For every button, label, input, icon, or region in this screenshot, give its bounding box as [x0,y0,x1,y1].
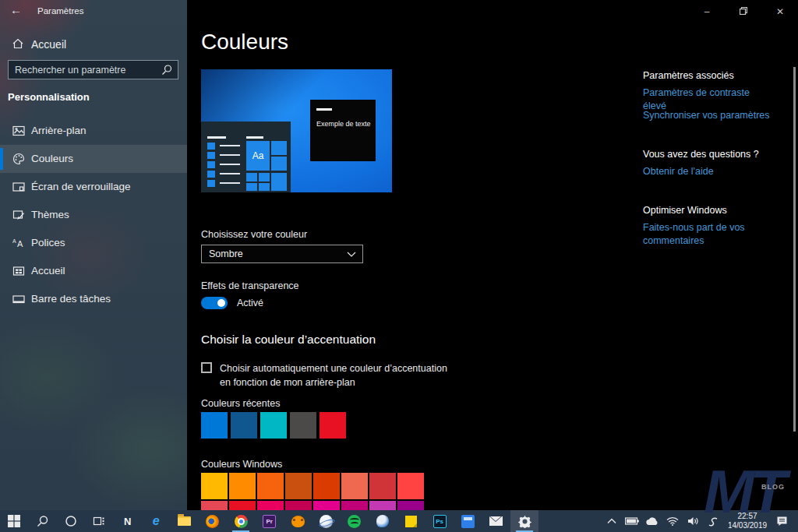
scrollbar-thumb[interactable] [793,67,796,432]
auto-accent-checkbox[interactable] [201,362,212,373]
task-view-button[interactable] [85,510,113,532]
search-icon [37,515,49,527]
mascot-app-button[interactable] [284,510,312,532]
preview-start-menu: Aa [201,122,291,192]
restore-button[interactable] [726,0,761,23]
photoshop-button[interactable]: Ps [425,510,454,532]
transparency-toggle[interactable] [201,297,228,309]
search-icon[interactable] [161,64,173,76]
paint-app-button[interactable] [369,510,397,532]
start-button[interactable] [0,510,28,532]
minimize-button[interactable]: – [689,0,725,23]
color-swatch[interactable] [285,473,312,499]
movies-tv-button[interactable] [454,510,482,532]
theme-preview: Aa Exemple de texte [201,69,392,192]
color-swatch[interactable] [260,412,287,439]
paint-app-icon [376,515,389,527]
sphere-app-button[interactable] [312,510,340,532]
back-arrow-icon[interactable]: ← [10,3,22,16]
cortana-icon [65,515,77,527]
close-button[interactable]: ✕ [762,0,798,23]
color-swatch[interactable] [290,412,316,439]
clock-time: 22:57 [723,512,772,521]
page-title: Couleurs [201,30,288,55]
color-swatch[interactable] [201,412,228,439]
taskbar-clock[interactable]: 22:57 14/03/2019 [723,512,772,530]
tray-expand-button[interactable] [602,510,622,532]
volume-indicator[interactable] [683,510,703,532]
windows-colors-row2 [201,501,424,510]
spotify-icon [348,515,361,528]
firefox-button[interactable] [199,510,227,532]
action-center-icon [776,516,788,527]
settings-button[interactable] [510,510,538,532]
notes-app-button[interactable]: N [114,510,142,532]
sync-settings-link[interactable]: Synchroniser vos paramètres [643,109,775,122]
search-input[interactable] [9,61,161,79]
onedrive-indicator[interactable] [642,510,662,532]
color-swatch[interactable] [285,501,312,510]
color-swatch[interactable] [231,412,257,439]
color-swatch[interactable] [257,501,284,510]
mail-button[interactable] [482,510,510,532]
taskbar-search-button[interactable] [28,510,56,532]
sidebar-item-themes[interactable]: Thèmes [0,201,187,229]
sidebar-item-home[interactable]: Accueil [0,34,187,58]
battery-indicator[interactable] [622,510,642,532]
windows-ink-indicator[interactable] [703,510,723,532]
feedback-link[interactable]: Faites-nous part de vos commentaires [643,221,775,248]
color-swatch[interactable] [369,501,396,510]
task-view-icon [93,515,105,527]
taskbar: N e Pr [0,510,798,532]
orange-mascot-icon [291,516,305,527]
color-swatch[interactable] [313,473,340,499]
color-swatch[interactable] [397,501,424,510]
fonts-icon: A A [12,237,25,249]
restore-icon [740,7,747,15]
chrome-button[interactable] [227,510,255,532]
preview-sample-window: Exemple de texte [310,100,376,161]
color-mode-dropdown[interactable]: Sombre [201,245,363,263]
color-mode-value: Sombre [209,248,243,259]
premiere-button[interactable]: Pr [256,510,284,532]
sidebar-item-polices[interactable]: A A Polices [0,229,187,257]
get-help-link[interactable]: Obtenir de l'aide [643,165,775,178]
color-swatch[interactable] [201,473,228,499]
color-swatch[interactable] [229,473,256,499]
edge-button[interactable]: e [142,510,170,532]
firefox-icon [206,515,219,528]
wifi-indicator[interactable] [662,510,683,532]
sidebar-item-label: Thèmes [31,209,69,220]
color-swatch[interactable] [257,473,284,499]
premiere-icon: Pr [263,515,276,528]
sticky-notes-icon [405,516,417,527]
spotify-button[interactable] [341,510,369,532]
palette-icon [12,153,25,165]
sidebar-item-couleurs[interactable]: Couleurs [0,145,187,173]
sidebar-item-arriere-plan[interactable]: Arrière-plan [0,117,187,145]
questions-heading: Vous avez des questions ? [643,149,759,160]
color-swatch[interactable] [201,501,228,510]
color-swatch[interactable] [369,473,396,499]
settings-search-box[interactable] [8,60,178,79]
color-swatch[interactable] [313,501,340,510]
preview-tiles-header-dash [246,136,263,139]
sidebar-item-accueil-start[interactable]: Accueil [0,257,187,285]
action-center-button[interactable] [772,510,792,532]
sidebar-home-label: Accueil [31,38,66,51]
cortana-button[interactable] [57,510,85,532]
color-swatch[interactable] [397,473,424,499]
taskbar-icon [12,293,25,305]
n-app-icon: N [124,516,131,527]
system-tray: 22:57 14/03/2019 [602,510,798,532]
pen-icon [708,516,719,527]
chevron-down-icon [347,252,356,258]
color-swatch[interactable] [229,501,256,510]
sidebar-item-ecran-de-verrouillage[interactable]: Écran de verrouillage [0,173,187,201]
color-swatch[interactable] [341,501,368,510]
sticky-notes-button[interactable] [397,510,425,532]
file-explorer-button[interactable] [170,510,198,532]
sidebar-item-barre-des-taches[interactable]: Barre des tâches [0,285,187,313]
color-swatch[interactable] [341,473,368,499]
color-swatch[interactable] [320,412,346,439]
